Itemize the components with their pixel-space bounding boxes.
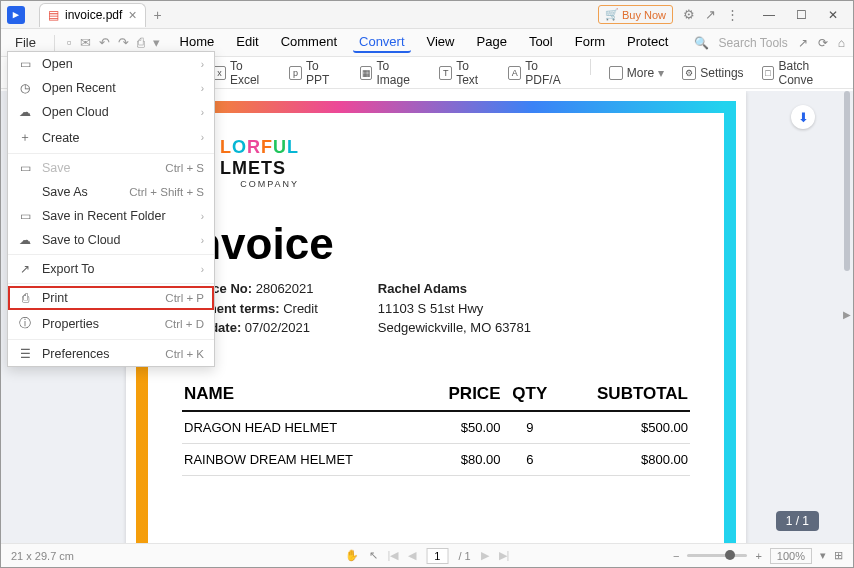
file-menu-create[interactable]: ＋Create›	[8, 124, 214, 151]
table-row: RAINBOW DREAM HELMET$80.006$800.00	[182, 443, 690, 475]
download-bubble-icon[interactable]: ⬇	[791, 105, 815, 129]
file-icon: ▤	[48, 8, 59, 22]
tool-batch-conve[interactable]: □Batch Conve	[762, 59, 841, 87]
file-menu-open[interactable]: ▭Open›	[8, 52, 214, 76]
menu-home[interactable]: Home	[174, 32, 221, 53]
table-row: DRAGON HEAD HELMET$50.009$500.00	[182, 411, 690, 444]
prev-page-icon[interactable]: ◀	[408, 549, 416, 562]
fit-page-icon[interactable]: ⊞	[834, 549, 843, 562]
menu-edit[interactable]: Edit	[230, 32, 264, 53]
menu-comment[interactable]: Comment	[275, 32, 343, 53]
file-menu-properties[interactable]: ⓘPropertiesCtrl + D	[8, 310, 214, 337]
redo-icon[interactable]: ↷	[118, 35, 129, 50]
pdf-page: LORFUL LMETS COMPANY Invoice Invoice No:…	[126, 91, 746, 543]
tool-to-text[interactable]: TTo Text	[439, 59, 490, 87]
zoom-slider[interactable]	[687, 554, 747, 557]
menu-tool[interactable]: Tool	[523, 32, 559, 53]
first-page-icon[interactable]: |◀	[388, 549, 399, 562]
page-number-input[interactable]	[426, 548, 448, 564]
zoom-in-icon[interactable]: +	[755, 550, 761, 562]
menu-form[interactable]: Form	[569, 32, 611, 53]
page-dimensions: 21 x 29.7 cm	[11, 550, 74, 562]
close-tab-icon[interactable]: ×	[128, 7, 136, 23]
file-menu-save-as[interactable]: Save AsCtrl + Shift + S	[8, 180, 214, 204]
file-menu-save-to-cloud[interactable]: ☁Save to Cloud›	[8, 228, 214, 252]
document-tab[interactable]: ▤ invoice.pdf ×	[39, 3, 146, 27]
tool-to-ppt[interactable]: pTo PPT	[289, 59, 342, 87]
select-tool-icon[interactable]: ↖	[369, 549, 378, 562]
invoice-title: Invoice	[182, 219, 690, 269]
statusbar: 21 x 29.7 cm ✋ ↖ |◀ ◀ / 1 ▶ ▶| − + 100% …	[1, 543, 853, 567]
company-logo: LORFUL LMETS COMPANY	[182, 137, 690, 189]
file-menu-preferences[interactable]: ☰PreferencesCtrl + K	[8, 342, 214, 366]
scrollbar-thumb[interactable]	[844, 91, 850, 271]
tool-to-excel[interactable]: xTo Excel	[213, 59, 271, 87]
add-tab-icon[interactable]: +	[154, 7, 162, 23]
maximize-button[interactable]: ☐	[787, 5, 815, 25]
expand-right-icon[interactable]: ▶	[843, 309, 851, 320]
file-menu-save-in-recent-folder[interactable]: ▭Save in Recent Folder›	[8, 204, 214, 228]
mail-icon[interactable]: ✉	[80, 35, 91, 50]
open-external-icon[interactable]: ↗	[798, 36, 808, 50]
file-menu-dropdown: ▭Open›◷Open Recent›☁Open Cloud›＋Create›▭…	[7, 51, 215, 367]
file-menu-trigger[interactable]: File	[9, 33, 42, 52]
tool-to-image[interactable]: ▦To Image	[360, 59, 422, 87]
hand-tool-icon[interactable]: ✋	[345, 549, 359, 562]
minimize-button[interactable]: —	[755, 5, 783, 25]
gift-icon[interactable]: ⚙	[683, 7, 695, 22]
invoice-meta-right: Rachel Adams 11103 S 51st Hwy Sedgewickv…	[378, 279, 531, 338]
zoom-out-icon[interactable]: −	[673, 550, 679, 562]
page-total: / 1	[458, 550, 470, 562]
divider	[54, 35, 55, 51]
tool-settings[interactable]: ⚙Settings	[682, 59, 743, 87]
page-counter-badge: 1 / 1	[776, 511, 819, 531]
tool-more[interactable]: More▾	[609, 59, 664, 87]
next-page-icon[interactable]: ▶	[481, 549, 489, 562]
zoom-dropdown-icon[interactable]: ▾	[820, 549, 826, 562]
last-page-icon[interactable]: ▶|	[499, 549, 510, 562]
sync-icon[interactable]: ⟳	[818, 36, 828, 50]
menu-convert[interactable]: Convert	[353, 32, 411, 53]
tool-to-pdf-a[interactable]: ATo PDF/A	[508, 59, 572, 87]
print-icon[interactable]: ⎙	[137, 35, 145, 50]
save-icon[interactable]: ▫	[67, 35, 72, 50]
share-icon[interactable]: ↗	[705, 7, 716, 22]
kebab-icon[interactable]: ⋮	[726, 7, 739, 22]
file-menu-print[interactable]: ⎙PrintCtrl + P	[8, 286, 214, 310]
app-icon: ▸	[7, 6, 25, 24]
file-menu-open-recent[interactable]: ◷Open Recent›	[8, 76, 214, 100]
file-menu-save: ▭SaveCtrl + S	[8, 156, 214, 180]
menu-protect[interactable]: Protect	[621, 32, 674, 53]
file-menu-export-to[interactable]: ↗Export To›	[8, 257, 214, 281]
cart-icon: 🛒	[605, 8, 619, 21]
menu-page[interactable]: Page	[471, 32, 513, 53]
tab-filename: invoice.pdf	[65, 8, 122, 22]
invoice-table: NAMEPRICEQTYSUBTOTAL DRAGON HEAD HELMET$…	[182, 378, 690, 476]
buy-now-button[interactable]: 🛒 Buy Now	[598, 5, 673, 24]
filter-icon[interactable]: ▾	[153, 35, 160, 50]
titlebar: ▸ ▤ invoice.pdf × + 🛒 Buy Now ⚙ ↗ ⋮ — ☐ …	[1, 1, 853, 29]
menu-view[interactable]: View	[421, 32, 461, 53]
search-icon: 🔍	[694, 36, 709, 50]
file-menu-open-cloud[interactable]: ☁Open Cloud›	[8, 100, 214, 124]
zoom-value: 100%	[770, 548, 812, 564]
home-icon[interactable]: ⌂	[838, 36, 845, 50]
search-tools-input[interactable]: Search Tools	[719, 36, 788, 50]
undo-icon[interactable]: ↶	[99, 35, 110, 50]
close-window-button[interactable]: ✕	[819, 5, 847, 25]
